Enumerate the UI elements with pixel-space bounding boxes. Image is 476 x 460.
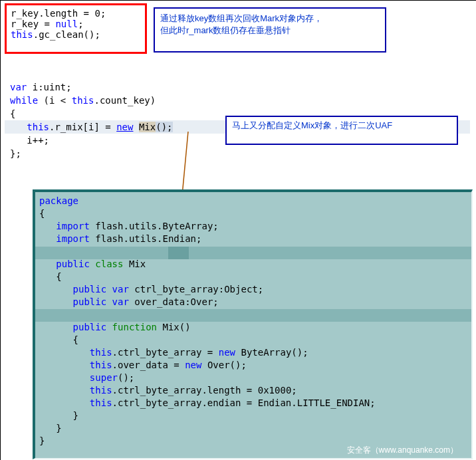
t-blank2 xyxy=(39,308,467,321)
code-redbox: r_key.length = 0; r_key = null; this.gc_… xyxy=(5,3,147,54)
t-l2: { xyxy=(39,207,467,220)
mid-l5: i++; xyxy=(10,134,173,147)
code-tealbox: package { import flash.utils.ByteArray; … xyxy=(33,189,473,459)
t-l11: this.ctrl_byte_array = new ByteArray(); xyxy=(39,346,467,359)
red-l1: r_key.length = 0; xyxy=(11,8,141,19)
watermark-text: 安全客（www.anquanke.com） xyxy=(347,444,458,457)
t-l10: { xyxy=(39,334,467,346)
t-l3: import flash.utils.ByteArray; xyxy=(39,220,467,233)
t-l7: public var ctrl_byte_array:Object; xyxy=(39,283,467,296)
t-l15: this.ctrl_byte_array.endian = Endian.LIT… xyxy=(39,397,467,409)
mid-l4: this.r_mix[i] = new Mix(); xyxy=(10,120,173,134)
t-l13: super(); xyxy=(39,372,467,384)
t-blank1 xyxy=(39,245,467,258)
t-l16: } xyxy=(39,409,467,422)
note1-l1: 通过释放key数组再次回收Mark对象内存， xyxy=(160,13,380,25)
mid-l2: while (i < this.count_key) xyxy=(10,94,173,107)
note1-l2: 但此时r_mark数组仍存在垂悬指针 xyxy=(160,25,380,37)
t-l5: public class Mix xyxy=(39,258,467,271)
red-l2: r_key = null; xyxy=(11,19,141,29)
t-l14: this.ctrl_byte_array.length = 0x1000; xyxy=(39,384,467,397)
mid-l1: var i:uint; xyxy=(10,80,173,94)
mid-l3: { xyxy=(10,107,173,120)
code-mid: var i:uint; while (i < this.count_key) {… xyxy=(10,80,173,160)
note-box-1: 通过释放key数组再次回收Mark对象内存， 但此时r_mark数组仍存在垂悬指… xyxy=(154,7,386,53)
t-l4: import flash.utils.Endian; xyxy=(39,233,467,245)
image-frame: r_key.length = 0; r_key = null; this.gc_… xyxy=(0,0,476,460)
t-l8: public var over_data:Over; xyxy=(39,296,467,308)
t-l17: } xyxy=(39,422,467,435)
note2-text: 马上又分配自定义Mix对象，进行二次UAF xyxy=(232,120,451,132)
t-l12: this.over_data = new Over(); xyxy=(39,359,467,372)
t-l6: { xyxy=(39,271,467,283)
red-l3: this.gc_clean(); xyxy=(11,29,141,40)
t-l9: public function Mix() xyxy=(39,321,467,334)
mid-l6: }; xyxy=(10,147,173,160)
t-l1: package xyxy=(39,195,467,207)
note-box-2: 马上又分配自定义Mix对象，进行二次UAF xyxy=(225,116,458,145)
